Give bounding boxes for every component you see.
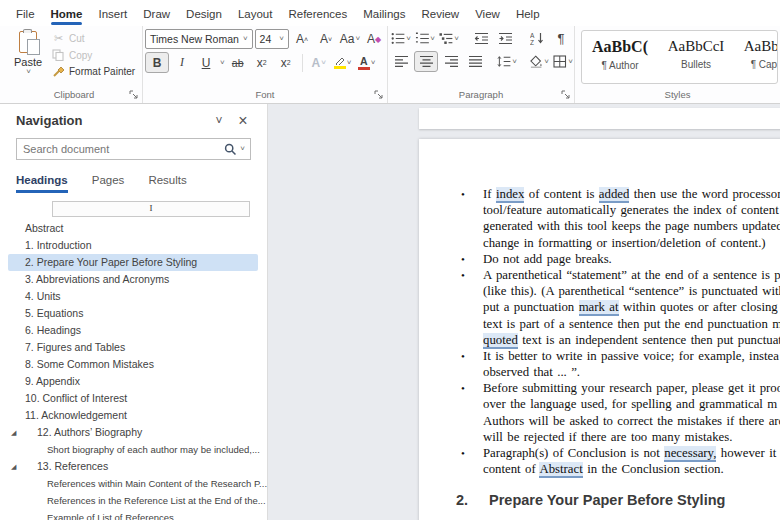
- heading-item[interactable]: Short biography of each author may be in…: [0, 441, 267, 458]
- search-icon[interactable]: [224, 143, 237, 156]
- editor-suggestion-word[interactable]: necessary,: [664, 446, 716, 462]
- text-run: A parenthetical “statement” at the end o…: [483, 268, 780, 282]
- search-input[interactable]: [17, 143, 222, 155]
- change-case-button[interactable]: Aa˅: [339, 30, 361, 49]
- style-gallery-item-3[interactable]: AaBbCcI¶ Caption: [734, 31, 778, 83]
- chevron-down-icon[interactable]: ˅: [220, 59, 225, 67]
- menu-tab-home[interactable]: Home: [43, 3, 91, 26]
- increase-indent-icon: [498, 32, 513, 45]
- style-gallery-item-1[interactable]: AaBbC(¶ Author: [582, 31, 658, 83]
- align-right-button[interactable]: [440, 52, 462, 71]
- page-1-bottom-edge: [419, 108, 780, 129]
- highlight-color-button[interactable]: ˅: [332, 53, 354, 72]
- heading-item[interactable]: 9. Appendix: [0, 373, 267, 390]
- font-color-button[interactable]: A ˅: [356, 53, 378, 72]
- heading-item[interactable]: ◢13. References: [0, 458, 267, 475]
- editor-suggestion-word[interactable]: Abstract: [539, 462, 582, 478]
- align-center-button[interactable]: [414, 51, 438, 72]
- paste-button[interactable]: Paste ˅: [8, 29, 48, 77]
- menu-tab-references[interactable]: References: [280, 3, 355, 26]
- subscript-button[interactable]: x2: [251, 53, 273, 72]
- heading-item[interactable]: References within Main Content of the Re…: [0, 475, 267, 492]
- show-paragraph-marks-button[interactable]: ¶: [550, 29, 572, 48]
- document-page[interactable]: •If index of content is added then use t…: [419, 139, 780, 520]
- editor-suggestion-word[interactable]: index: [496, 187, 524, 203]
- bold-button[interactable]: B: [145, 52, 169, 73]
- strikethrough-button[interactable]: ab: [227, 53, 249, 72]
- decrease-indent-button[interactable]: [470, 29, 492, 48]
- shrink-font-button[interactable]: A˅: [315, 30, 337, 49]
- superscript-button[interactable]: x2: [275, 53, 297, 72]
- editor-suggestion-word[interactable]: added: [599, 187, 630, 203]
- heading-item-equation-box[interactable]: I: [52, 201, 250, 217]
- menu-tab-mailings[interactable]: Mailings: [355, 3, 413, 26]
- clear-formatting-button[interactable]: A◆: [363, 30, 385, 49]
- editor-suggestion-word[interactable]: mark at: [579, 300, 619, 316]
- editor-suggestion-word[interactable]: quoted: [483, 333, 518, 349]
- copy-button[interactable]: Copy: [52, 49, 135, 61]
- heading-item[interactable]: 5. Equations: [0, 305, 267, 322]
- menu-tab-review[interactable]: Review: [413, 3, 467, 26]
- sort-button[interactable]: AZ: [526, 29, 548, 48]
- chevron-down-icon: ˅: [371, 59, 376, 67]
- heading-item[interactable]: 6. Headings: [0, 322, 267, 339]
- search-options-chevron-icon[interactable]: ˅: [240, 145, 245, 153]
- font-dialog-launcher-icon[interactable]: [374, 90, 384, 100]
- nav-tab-pages[interactable]: Pages: [92, 174, 125, 193]
- navigation-collapse-chevron-icon[interactable]: ˅: [207, 114, 231, 128]
- heading-item-label: 1. Introduction: [25, 239, 92, 251]
- style-gallery-item-2[interactable]: AaBbCcIBullets: [658, 31, 734, 83]
- collapse-triangle-icon[interactable]: ◢: [11, 424, 16, 441]
- heading-item[interactable]: 7. Figures and Tables: [0, 339, 267, 356]
- clipboard-dialog-launcher-icon[interactable]: [129, 90, 139, 100]
- bullet-list-button[interactable]: ˅: [390, 29, 412, 48]
- document-text-line: tool/feature automatically generates the…: [419, 202, 780, 218]
- italic-button[interactable]: I: [171, 53, 193, 72]
- heading-item[interactable]: ◢12. Authors’ Biography: [0, 424, 267, 441]
- menu-tab-layout[interactable]: Layout: [230, 3, 281, 26]
- document-workspace[interactable]: •If index of content is added then use t…: [268, 104, 780, 520]
- align-left-button[interactable]: [390, 52, 412, 71]
- paste-clipboard-icon: [19, 31, 37, 53]
- heading-item[interactable]: 8. Some Common Mistakes: [0, 356, 267, 373]
- menu-tab-design[interactable]: Design: [178, 3, 230, 26]
- paragraph-dialog-launcher-icon[interactable]: [561, 90, 571, 100]
- justify-button[interactable]: [464, 52, 486, 71]
- heading-item[interactable]: Abstract: [0, 220, 267, 237]
- nav-tab-headings[interactable]: Headings: [16, 174, 68, 193]
- shading-button[interactable]: ˅: [528, 52, 550, 71]
- heading-item[interactable]: 3. Abbreviations and Acronyms: [0, 271, 267, 288]
- grow-font-button[interactable]: A˄: [291, 30, 313, 49]
- menu-tab-draw[interactable]: Draw: [135, 3, 178, 26]
- heading-item[interactable]: Example of List of References: [0, 509, 267, 520]
- increase-indent-button[interactable]: [494, 29, 516, 48]
- numbered-list-button[interactable]: ˅: [414, 29, 436, 48]
- navigation-close-icon[interactable]: ×: [231, 114, 255, 128]
- menu-tab-help[interactable]: Help: [508, 3, 548, 26]
- borders-button[interactable]: ˅: [552, 52, 574, 71]
- heading-item[interactable]: 4. Units: [0, 288, 267, 305]
- font-name-combobox[interactable]: Times New Roman ˅: [145, 29, 253, 49]
- collapse-triangle-icon[interactable]: ◢: [11, 458, 16, 475]
- paragraph-group-label: Paragraph: [390, 88, 572, 103]
- underline-button[interactable]: U: [195, 53, 217, 72]
- line-spacing-button[interactable]: ˅: [496, 52, 518, 71]
- font-size-combobox[interactable]: 24 ˅: [255, 29, 289, 49]
- menu-tab-insert[interactable]: Insert: [90, 3, 135, 26]
- heading-item[interactable]: 10. Conflict of Interest: [0, 390, 267, 407]
- heading-item[interactable]: 11. Acknowledgement: [0, 407, 267, 424]
- text-run: Before submitting your research paper, p…: [483, 381, 780, 395]
- menu-tab-view[interactable]: View: [467, 3, 508, 26]
- nav-tab-results[interactable]: Results: [148, 174, 186, 193]
- text-effects-button[interactable]: A˅: [308, 53, 330, 72]
- cut-button[interactable]: ✂ Cut: [52, 32, 135, 45]
- multilevel-list-button[interactable]: ˅: [438, 29, 460, 48]
- format-painter-button[interactable]: Format Painter: [52, 65, 135, 77]
- menu-tab-file[interactable]: File: [8, 3, 43, 26]
- styles-gallery: AaBbC(¶ AuthorAaBbCcIBulletsAaBbCcI¶ Cap…: [581, 30, 778, 84]
- chevron-down-icon: ˅: [512, 58, 517, 66]
- heading-item[interactable]: 2. Prepare Your Paper Before Styling: [8, 254, 258, 271]
- heading-item[interactable]: References in the Reference List at the …: [0, 492, 267, 509]
- heading-item[interactable]: 1. Introduction: [0, 237, 267, 254]
- navigation-pane-title: Navigation: [16, 113, 207, 128]
